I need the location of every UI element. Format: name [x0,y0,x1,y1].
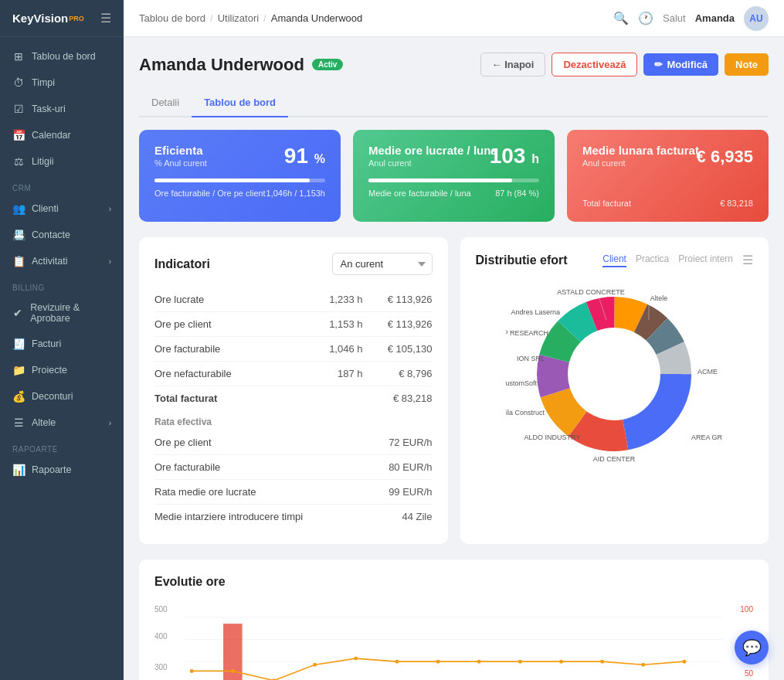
sidebar-item-proiecte[interactable]: 📁 Proiecte [0,357,124,383]
sidebar-item-revizuire[interactable]: ✔ Revizuire & Aprobare [0,295,124,331]
donut-svg: Altele ASTALD CONCRETE Andres Laserna NO… [506,277,722,471]
page-header: Amanda Underwood Activ ← Inapoi Dezactiv… [139,53,769,76]
calendar-icon: 📅 [12,129,25,141]
page-header-actions: ← Inapoi Dezactivează ✏ Modifică Note [480,53,769,76]
label-acme: ACME [697,368,718,376]
clock-icon[interactable]: 🕐 [638,11,653,26]
tab-detalii[interactable]: Detalii [139,89,192,117]
dist-tab-proiect[interactable]: Proiect intern [678,253,733,267]
logo-pro: PRO [69,15,84,22]
y-right-100: 100 [740,605,753,614]
ind-amount: € 8,796 [363,368,433,379]
y-label-500: 500 [154,605,168,614]
search-icon[interactable]: 🔍 [613,11,629,26]
evolutie-panel: Evolutie ore 500 400 300 200 100 75 50 [139,559,769,680]
hamburger-icon[interactable]: ☰ [100,11,111,26]
main: Tablou de bord / Utilizatori / Amanda Un… [124,0,784,680]
card-medie-ore: Medie ore lucrate / luna Anul curent 103… [353,130,555,222]
ind-val: 1,153 h [309,318,363,330]
sidebar-item-contacte[interactable]: 📇 Contacte [0,222,124,248]
ind-val: 187 h [309,368,363,379]
rata-label: Ore facturabile [154,461,309,473]
sidebar-item-label: Deconturi [32,391,73,402]
card-footer-left: Medie ore facturabile / luna [368,189,471,198]
sidebar-item-facturi[interactable]: 🧾 Facturi [0,331,124,357]
sidebar-item-litigii[interactable]: ⚖ Litigii [0,148,124,175]
label-altele: Altele [650,294,668,302]
rata-row: Rata medie ore lucrate 99 EUR/h [154,480,433,505]
card-footer: Ore facturabile / Ore pe client 1,046h /… [154,189,325,198]
indicator-row: Ore pe client 1,153 h € 113,926 [154,312,433,337]
dist-tab-client[interactable]: Client [602,253,626,267]
card-footer-right: 87 h (84 %) [495,189,539,198]
arrow-icon: › [109,419,111,427]
avatar: AU [744,6,769,31]
sidebar-item-label: Activitati [32,256,68,267]
sidebar-item-label: Timpi [32,77,55,88]
label-aquila: Aquila Construct [506,409,545,416]
deconturi-icon: 💰 [12,390,25,403]
svg-point-7 [190,669,194,673]
dist-menu-icon[interactable]: ☰ [742,253,753,267]
clienti-icon: 👥 [12,202,25,215]
y-label-300: 300 [154,663,168,672]
breadcrumb: Tablou de bord / Utilizatori / Amanda Un… [139,12,362,24]
logo-text: KeyVision [12,12,68,25]
rata-label: Medie intarziere introducere timpi [154,511,309,522]
chat-button[interactable]: 💬 [735,631,769,665]
rapoarte-section-label: RAPOARTE [0,436,124,457]
breadcrumb-sep1: / [210,12,213,24]
svg-point-17 [600,660,604,664]
sidebar-item-rapoarte[interactable]: 📊 Rapoarte [0,457,124,483]
dezactivare-button[interactable]: Dezactivează [552,53,637,76]
indicatori-panel: Indicatori An curent An trecut Ultimele … [139,237,448,544]
rapoarte-icon: 📊 [12,464,25,476]
modifica-button[interactable]: ✏ Modifică [643,53,718,76]
page-title: Amanda Underwood [139,55,304,75]
ind-amount: € 113,926 [363,294,433,305]
sidebar-item-label: Facturi [32,338,61,349]
breadcrumb-utilizatori[interactable]: Utilizatori [218,12,259,24]
svg-point-12 [395,660,399,664]
sidebar-item-activitati[interactable]: 📋 Activitati › [0,248,124,274]
card-progress-fill [154,178,310,182]
breadcrumb-tablou[interactable]: Tablou de bord [139,12,205,24]
rata-row: Ore facturabile 80 EUR/h [154,455,433,480]
sidebar-item-label: Tablou de bord [32,51,96,62]
dist-tab-practica[interactable]: Practica [636,253,669,267]
ind-label: Total facturat [154,393,309,404]
card-footer-right: € 83,218 [720,199,753,208]
ind-label: Ore pe client [154,318,309,330]
rata-row: Medie intarziere introducere timpi 44 Zi… [154,505,433,529]
sidebar-item-calendar[interactable]: 📅 Calendar [0,122,124,148]
sidebar-item-tablou[interactable]: ⊞ Tablou de bord [0,43,124,70]
card-progress-bar [368,178,539,182]
activitati-icon: 📋 [12,255,25,267]
rata-val: 80 EUR/h [309,461,433,473]
rata-val: 72 EUR/h [309,437,433,448]
edit-icon: ✏ [654,59,663,70]
card-progress-bar [154,178,325,182]
ind-val: 1,046 h [309,343,363,355]
label-nonstop: NONSTOP RESEARCH [506,329,548,337]
card-unit: h [531,152,539,165]
arrow-icon: › [109,257,111,266]
card-medie-facturat: Medie lunara facturat Anul curent € 6,93… [567,130,769,222]
note-button[interactable]: Note [725,53,769,76]
chart-svg [185,601,722,680]
back-button[interactable]: ← Inapoi [480,53,546,76]
sidebar-item-label: Calendar [32,130,71,141]
timpi-icon: ⏱ [12,76,25,89]
sidebar-item-deconturi[interactable]: 💰 Deconturi [0,383,124,410]
sidebar-item-clienti[interactable]: 👥 Clienti › [0,196,124,222]
litigii-icon: ⚖ [12,155,25,168]
ind-label: Ore facturabile [154,343,309,355]
indicatori-select[interactable]: An curent An trecut Ultimele 12 luni [332,253,433,275]
sidebar-item-timpi[interactable]: ⏱ Timpi [0,70,124,96]
card-footer-left: Total facturat [582,199,631,208]
indicator-row: Ore facturabile 1,046 h € 105,130 [154,337,433,362]
sidebar-item-taskuri[interactable]: ☑ Task-uri [0,96,124,122]
tab-tablou[interactable]: Tablou de bord [192,89,288,117]
sidebar-item-altele[interactable]: ☰ Altele › [0,410,124,436]
panel-title: Indicatori [154,257,210,271]
